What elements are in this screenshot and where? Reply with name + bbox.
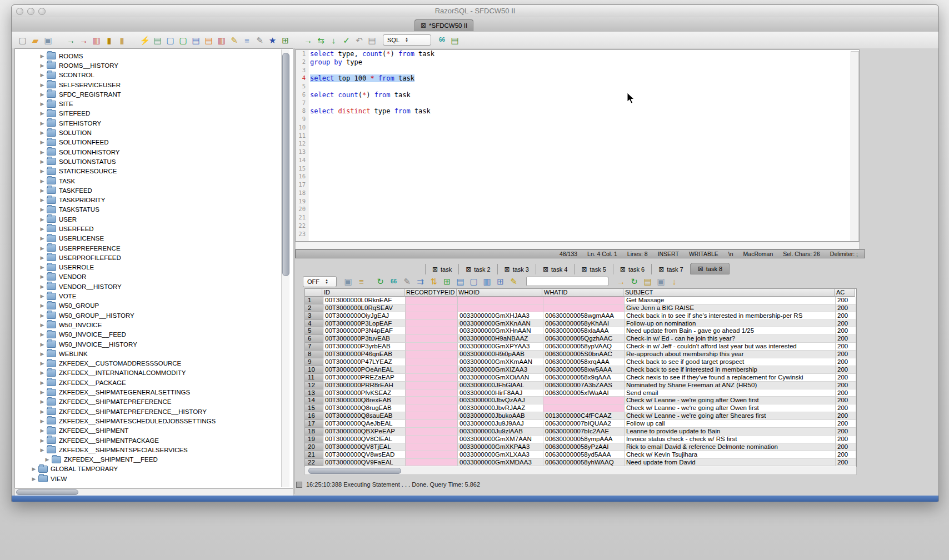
reference-book-icon[interactable]: ▤ <box>203 35 214 46</box>
data-cell[interactable] <box>406 297 458 304</box>
favorites-icon[interactable]: ★ <box>267 35 278 46</box>
compare-list-icon[interactable]: ▥ <box>216 35 227 46</box>
data-cell[interactable]: Need update from Bain - gave go ahead 1/… <box>625 327 836 335</box>
tab-close-icon[interactable]: ⊠ <box>581 266 587 273</box>
tree-item-solution[interactable]: ▶SOLUTION <box>15 128 293 137</box>
database-new-icon[interactable]: ▮ <box>104 35 114 46</box>
auto-commit-icon[interactable]: 66 <box>437 35 447 46</box>
code-line[interactable] <box>310 83 859 91</box>
tree-item-solutionfeed[interactable]: ▶SOLUTIONFEED <box>15 138 293 147</box>
disconnect-icon[interactable]: ▥ <box>91 35 102 46</box>
data-cell[interactable]: 00T3000000P3tuvEAB <box>323 335 406 343</box>
edit-cell-icon[interactable]: ✎ <box>402 276 412 287</box>
data-cell[interactable]: 200 <box>836 382 856 389</box>
data-cell[interactable]: Check-in w/ Jeff - couldn't afford last … <box>625 343 836 351</box>
data-cell[interactable]: 0033000000H9i0pAAB <box>458 351 543 358</box>
disclosure-triangle-icon[interactable]: ▶ <box>39 111 46 116</box>
data-cell[interactable]: 0033000000GmXOiAAN <box>458 374 543 382</box>
table-row[interactable]: 2100T3000000QV8wsEAD0033000000GmXLXAA300… <box>305 451 856 459</box>
lightning-icon[interactable]: ⚡ <box>139 35 150 46</box>
code-line[interactable]: select type, count(*) from task <box>310 50 859 58</box>
editor-horizontal-scrollbar[interactable] <box>295 242 860 249</box>
code-line[interactable] <box>310 157 859 165</box>
code-line[interactable]: select distinct type from task <box>310 107 859 116</box>
tree-item-vote[interactable]: ▶VOTE <box>15 291 293 301</box>
disclosure-triangle-icon[interactable]: ▶ <box>39 418 46 424</box>
data-cell[interactable]: 200 <box>836 320 856 328</box>
code-line[interactable] <box>310 181 859 189</box>
tree-item-zkfedex__shipmatescheduledjobssettings[interactable]: ▶ZKFEDEX__SHIPMATESCHEDULEDJOBSSETTINGS <box>15 416 293 426</box>
data-cell[interactable]: 00T3000000POeAnEAL <box>323 366 406 374</box>
tree-item-sitefeed[interactable]: ▶SITEFEED <box>15 109 293 118</box>
data-cell[interactable] <box>406 451 458 459</box>
tree-item-site[interactable]: ▶SITE <box>15 99 293 108</box>
data-cell[interactable]: 200 <box>836 312 856 320</box>
export-table-icon[interactable]: ⊞ <box>280 35 291 46</box>
tree-item-taskpriority[interactable]: ▶TASKPRIORITY <box>15 195 293 204</box>
tree-item-zkfedex__package[interactable]: ▶ZKFEDEX__PACKAGE <box>15 378 293 387</box>
tab-close-icon[interactable]: ⊠ <box>543 266 548 273</box>
copy-icon[interactable]: ▥ <box>482 276 492 287</box>
row-number-cell[interactable]: 10 <box>305 366 323 374</box>
data-cell[interactable]: Follow-up on nomination <box>625 320 836 328</box>
result-tab-task-5[interactable]: ⊠task 5 <box>575 264 613 274</box>
row-number-cell[interactable]: 9 <box>305 358 323 366</box>
data-cell[interactable]: 200 <box>836 459 856 467</box>
disclosure-triangle-icon[interactable]: ▶ <box>39 351 46 357</box>
data-cell[interactable]: 006300000058yPzAAI <box>543 443 625 451</box>
disclosure-triangle-icon[interactable]: ▶ <box>39 274 46 279</box>
data-cell[interactable]: 200 <box>836 428 856 436</box>
table-row[interactable]: 500T3000000P3N4pEAF0033000000GmXHnAAN006… <box>305 327 856 335</box>
data-cell[interactable] <box>543 304 625 312</box>
data-cell[interactable]: 006300000058xw5AAA <box>543 366 625 374</box>
data-cell[interactable]: Check w/ Leanne - we're going after Shea… <box>625 412 836 420</box>
data-cell[interactable] <box>543 297 625 304</box>
disclosure-triangle-icon[interactable]: ▶ <box>31 476 37 482</box>
result-tab-task-7[interactable]: ⊠task 7 <box>652 264 690 274</box>
data-cell[interactable]: 200 <box>836 404 856 412</box>
row-number-cell[interactable]: 19 <box>305 436 323 443</box>
data-cell[interactable]: 0033000000GmXLXAA3 <box>458 451 543 459</box>
result-tab-task-6[interactable]: ⊠task 6 <box>613 264 652 274</box>
disclosure-triangle-icon[interactable]: ▶ <box>39 207 46 212</box>
rollback-icon[interactable]: ↶ <box>354 35 364 46</box>
data-cell[interactable]: 0033000000Ju9zlAAB <box>458 428 543 436</box>
disclosure-triangle-icon[interactable]: ▶ <box>39 101 46 107</box>
tree-item-scontrol[interactable]: ▶SCONTROL <box>15 71 293 80</box>
code-line[interactable] <box>310 124 859 132</box>
results-list-icon[interactable]: ▤ <box>449 35 460 46</box>
disclosure-triangle-icon[interactable]: ▶ <box>39 438 46 443</box>
row-number-cell[interactable]: 7 <box>305 343 323 351</box>
tree-vertical-scrollbar[interactable] <box>281 49 289 487</box>
data-cell[interactable] <box>543 397 625 404</box>
disclosure-triangle-icon[interactable]: ▶ <box>39 149 46 155</box>
download-icon[interactable]: ↓ <box>669 276 680 287</box>
data-cell[interactable]: Leanne to provide update to Bain <box>625 428 836 436</box>
code-line[interactable] <box>310 165 859 173</box>
data-cell[interactable]: Check back in to see if she's interested… <box>625 312 836 320</box>
tree-item-zkfedex__shipmentpackage[interactable]: ▶ZKFEDEX__SHIPMENTPACKAGE <box>15 436 293 445</box>
data-cell[interactable] <box>406 443 458 451</box>
row-number-cell[interactable]: 14 <box>305 397 323 404</box>
tree-item-zkfedex__shipment__feed[interactable]: ▶ZKFEDEX__SHIPMENT__FEED <box>15 454 293 464</box>
data-cell[interactable]: 00630000005QgzhAAC <box>543 335 625 343</box>
new-file-icon[interactable]: ▢ <box>17 35 28 46</box>
data-cell[interactable]: 200 <box>836 412 856 420</box>
data-cell[interactable] <box>406 412 458 420</box>
data-cell[interactable]: 200 <box>836 436 856 443</box>
disclosure-triangle-icon[interactable]: ▶ <box>39 130 46 136</box>
data-cell[interactable]: 00T3000000QV9FaEAL <box>323 459 406 467</box>
tree-item-zkfedex__shipmategeneralsettings[interactable]: ▶ZKFEDEX__SHIPMATEGENERALSETTINGS <box>15 387 293 397</box>
result-tab-task-3[interactable]: ⊠task 3 <box>498 264 536 274</box>
tab-close-icon[interactable]: ⊠ <box>505 266 510 273</box>
disclosure-triangle-icon[interactable]: ▶ <box>39 284 46 289</box>
sql-editor[interactable]: 1234567891011121314151617181920212223 se… <box>295 49 860 242</box>
data-cell[interactable]: 00T3000000L0RqSEAV <box>323 304 406 312</box>
data-cell[interactable]: 0033000000GmXKPAA3 <box>458 443 543 451</box>
copy-table-icon[interactable]: ⊞ <box>495 276 506 287</box>
data-cell[interactable] <box>406 459 458 467</box>
tree-item-taskstatus[interactable]: ▶TASKSTATUS <box>15 205 293 214</box>
data-cell[interactable] <box>406 327 458 335</box>
column-header-ID[interactable]: ID <box>322 289 404 297</box>
data-cell[interactable]: 006300000058yd5AAA <box>543 451 625 459</box>
